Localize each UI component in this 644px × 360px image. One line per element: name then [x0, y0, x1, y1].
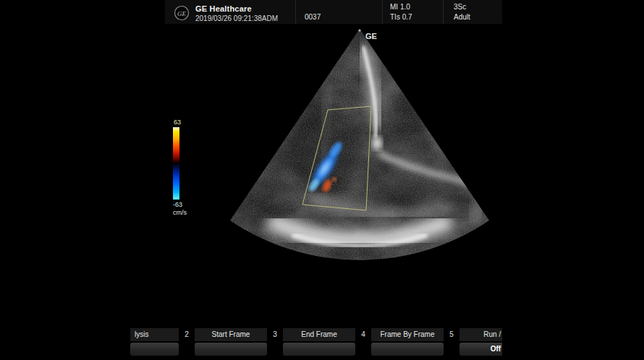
ultrasound-screen: GE GE GE Healthcare 2019/03/26 09:21:38A…: [0, 0, 644, 360]
ge-logo-icon: GE: [174, 5, 190, 21]
mi-value: MI 1.0: [390, 2, 443, 12]
header-probe-section: 3Sc Adult: [443, 0, 502, 24]
softkey-button-analysis[interactable]: [130, 343, 179, 356]
sector-image: [217, 22, 507, 267]
softkey-bar: lysis 2 Start Frame 3 End Frame 4 Frame …: [130, 328, 502, 360]
image-brand-label: GE: [365, 32, 377, 40]
probe-name: 3Sc: [454, 2, 502, 12]
header-vendor-section: GE GE Healthcare 2019/03/26 09:21:38ADM: [165, 0, 295, 24]
softkey-number-5: 5: [444, 328, 459, 356]
softkey-label-start-frame: Start Frame: [195, 328, 267, 341]
colorbar-min-velocity: -63: [173, 201, 198, 208]
softkey-label-analysis: lysis: [130, 328, 179, 341]
softkey-number-3: 3: [267, 328, 283, 356]
doppler-colorbar: 63 -63 cm/s: [173, 119, 198, 216]
colorbar-max-velocity: 63: [173, 119, 198, 126]
softkey-group-start-frame: Start Frame: [195, 328, 267, 356]
softkey-row: lysis 2 Start Frame 3 End Frame 4 Frame …: [130, 328, 502, 356]
vendor-block: GE Healthcare 2019/03/26 09:21:38ADM: [195, 4, 278, 22]
softkey-group-end-frame: End Frame: [283, 328, 355, 356]
header-acoustic-section: MI 1.0 TIs 0.7: [382, 0, 443, 24]
softkey-label-run-stop: Run / S: [459, 328, 502, 341]
softkey-group-run-stop: Run / S Off: [459, 328, 502, 356]
tis-value: TIs 0.7: [390, 12, 443, 22]
colorbar-gradient: [173, 127, 179, 200]
exam-datetime: 2019/03/26 09:21:38ADM: [195, 14, 278, 22]
softkey-label-frame-by-frame: Frame By Frame: [371, 328, 444, 341]
softkey-button-run-stop[interactable]: Off: [459, 343, 502, 356]
exam-id-spacer: [305, 2, 382, 12]
ultrasound-image: GE: [0, 0, 644, 329]
vendor-name: GE Healthcare: [195, 4, 278, 13]
svg-text:GE: GE: [177, 10, 186, 17]
header-exam-section: 0037: [295, 0, 382, 24]
softkey-number-2: 2: [179, 328, 195, 356]
preset-name: Adult: [454, 12, 502, 22]
sector-apex-marker: [359, 30, 361, 32]
softkey-label-end-frame: End Frame: [283, 328, 355, 341]
softkey-button-end-frame[interactable]: [283, 343, 355, 356]
softkey-number-4: 4: [355, 328, 371, 356]
softkey-group-analysis: lysis: [130, 328, 179, 356]
header-bar: GE GE Healthcare 2019/03/26 09:21:38ADM …: [165, 0, 502, 24]
softkey-button-frame-by-frame[interactable]: [371, 343, 444, 356]
softkey-group-frame-by-frame: Frame By Frame: [371, 328, 444, 356]
exam-id: 0037: [305, 12, 382, 22]
softkey-button-start-frame[interactable]: [195, 343, 267, 356]
colorbar-unit: cm/s: [173, 209, 198, 216]
